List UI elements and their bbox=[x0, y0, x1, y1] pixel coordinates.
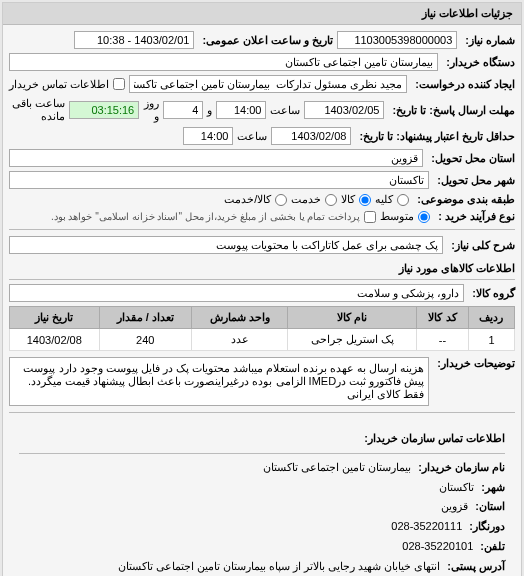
td-row: 1 bbox=[468, 329, 514, 351]
city-label: شهر محل تحویل: bbox=[433, 174, 515, 187]
pack-all-label: کلیه bbox=[375, 193, 393, 206]
items-table: ردیف کد کالا نام کالا واحد شمارش تعداد /… bbox=[9, 306, 515, 351]
pay-mid-radio[interactable] bbox=[418, 211, 430, 223]
valid-until-date-input[interactable] bbox=[271, 127, 351, 145]
hour-label-2: ساعت bbox=[237, 130, 267, 143]
deadline-label: مهلت ارسال پاسخ: تا تاریخ: bbox=[388, 104, 515, 117]
days-label: روز و bbox=[143, 97, 159, 123]
pay-mid-label: متوسط bbox=[380, 210, 414, 223]
countdown-time-input bbox=[69, 101, 139, 119]
public-time-input[interactable] bbox=[74, 31, 194, 49]
panel-title: جزئیات اطلاعات نیاز bbox=[3, 3, 521, 25]
need-number-input[interactable] bbox=[337, 31, 457, 49]
valid-until-label: حداقل تاریخ اعتبار پیشنهاد: تا تاریخ: bbox=[355, 130, 515, 143]
deadline-hour-input[interactable] bbox=[216, 101, 266, 119]
pack-goodservice-label: کالا/خدمت bbox=[224, 193, 271, 206]
city-input[interactable] bbox=[9, 171, 429, 189]
and-label: و bbox=[207, 104, 212, 117]
buyer-desc-label: توضیحات خریدار: bbox=[433, 357, 515, 370]
buyer-contact-label: اطلاعات تماس خریدار bbox=[9, 78, 109, 91]
pay-note-text: پرداخت تمام یا بخشی از مبلغ خرید،از محل … bbox=[51, 211, 360, 222]
th-date: تاریخ نیاز bbox=[10, 307, 100, 329]
pay-label: نوع فرآیند خرید : bbox=[434, 210, 515, 223]
hour-label-1: ساعت bbox=[270, 104, 300, 117]
requester-input[interactable] bbox=[129, 75, 407, 93]
requester-label: ایجاد کننده درخواست: bbox=[411, 78, 515, 91]
td-unit: عدد bbox=[191, 329, 287, 351]
desc-label: شرح کلی نیاز: bbox=[447, 239, 515, 252]
contact-line-city: شهر: تاکستان bbox=[19, 478, 505, 498]
pack-good-label: کالا bbox=[341, 193, 355, 206]
need-number-label: شماره نیاز: bbox=[461, 34, 515, 47]
desc-input[interactable] bbox=[9, 236, 443, 254]
group-label: گروه کالا: bbox=[468, 287, 515, 300]
td-date: 1403/02/08 bbox=[10, 329, 100, 351]
td-qty: 240 bbox=[99, 329, 191, 351]
pay-note-checkbox[interactable] bbox=[364, 211, 376, 223]
countdown-days-input bbox=[163, 101, 203, 119]
buyer-org-input[interactable] bbox=[9, 53, 438, 71]
buyer-contact-checkbox[interactable] bbox=[113, 78, 125, 90]
group-input[interactable] bbox=[9, 284, 464, 302]
buyer-org-label: دستگاه خریدار: bbox=[442, 56, 515, 69]
contacts-title: اطلاعات تماس سازمان خریدار: bbox=[19, 425, 505, 454]
remain-label: ساعت باقی مانده bbox=[9, 97, 65, 123]
td-name: پک استریل جراحی bbox=[288, 329, 417, 351]
table-row[interactable]: 1 -- پک استریل جراحی عدد 240 1403/02/08 bbox=[10, 329, 515, 351]
items-section-title: اطلاعات کالاهای مورد نیاز bbox=[9, 258, 515, 280]
contact-line-phone: تلفن: 35220101-028 bbox=[19, 537, 505, 557]
deadline-date-input[interactable] bbox=[304, 101, 384, 119]
th-code: کد کالا bbox=[417, 307, 469, 329]
contact-line-org: نام سازمان خریدار: بیمارستان تامین اجتما… bbox=[19, 458, 505, 478]
pack-good-radio[interactable] bbox=[359, 194, 371, 206]
valid-until-hour-input[interactable] bbox=[183, 127, 233, 145]
pack-label: طبقه بندی موضوعی: bbox=[413, 193, 515, 206]
contact-line-postal: آدرس پستی: انتهای خیابان شهید رجایی بالا… bbox=[19, 557, 505, 576]
province-label: استان محل تحویل: bbox=[427, 152, 515, 165]
pack-service-radio[interactable] bbox=[325, 194, 337, 206]
buyer-desc-box: هزینه ارسال به عهده برنده استعلام میباشد… bbox=[9, 357, 429, 406]
td-code: -- bbox=[417, 329, 469, 351]
pack-service-label: خدمت bbox=[291, 193, 321, 206]
public-time-label: تاریخ و ساعت اعلان عمومی: bbox=[198, 34, 333, 47]
province-input[interactable] bbox=[9, 149, 423, 167]
pack-all-radio[interactable] bbox=[397, 194, 409, 206]
th-row: ردیف bbox=[468, 307, 514, 329]
th-qty: تعداد / مقدار bbox=[99, 307, 191, 329]
contact-line-fax: دورنگار: 35220111-028 bbox=[19, 517, 505, 537]
pack-goodservice-radio[interactable] bbox=[275, 194, 287, 206]
divider-1 bbox=[9, 229, 515, 230]
divider-2 bbox=[9, 412, 515, 413]
contact-line-province: استان: قزوین bbox=[19, 497, 505, 517]
th-name: نام کالا bbox=[288, 307, 417, 329]
th-unit: واحد شمارش bbox=[191, 307, 287, 329]
